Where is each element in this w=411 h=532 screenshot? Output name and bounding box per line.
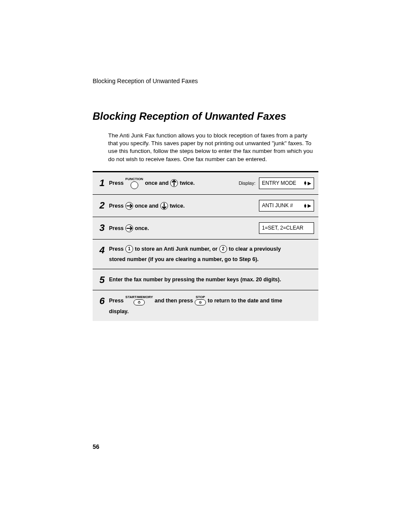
section-title: Blocking Reception of Unwanted Faxes xyxy=(93,110,318,122)
right-arrow-key-icon xyxy=(125,202,133,210)
step-text: to store an Anti Junk number, or xyxy=(135,245,218,253)
step-text: Enter the fax number by pressing the num… xyxy=(109,275,281,284)
manual-page: Blocking Reception of Unwanted Faxes Blo… xyxy=(0,0,411,532)
step-text: Press xyxy=(109,224,124,233)
display-text: ANTI JUNK # xyxy=(262,202,293,210)
round-button-icon xyxy=(131,181,138,189)
nav-arrows-icon: ▲▼▶ xyxy=(303,181,311,186)
svg-line-3 xyxy=(199,302,201,303)
step-text: Press xyxy=(109,245,124,253)
step-text: once and xyxy=(135,202,159,210)
up-arrow-key-icon xyxy=(170,179,178,187)
lcd-display: 1=SET, 2=CLEAR xyxy=(259,222,314,234)
step-text: stored number (if you are clearing a num… xyxy=(109,255,314,264)
lcd-display: ANTI JUNK # ▲▼▶ xyxy=(259,200,314,212)
step-number: 3 xyxy=(93,222,109,234)
step-6: 6 Press START/MEMORY and then press STOP… xyxy=(93,290,318,321)
key-label: STOP xyxy=(196,296,205,299)
step-number: 5 xyxy=(93,274,109,285)
display-text: 1=SET, 2=CLEAR xyxy=(262,224,303,232)
running-header: Blocking Reception of Unwanted Faxes xyxy=(93,78,318,84)
function-key: FUNCTION xyxy=(125,177,143,189)
right-arrow-key-icon xyxy=(125,224,133,232)
step-text: twice. xyxy=(170,202,185,210)
display-text: ENTRY MODE xyxy=(262,179,296,187)
start-memory-key: START/MEMORY xyxy=(125,296,153,305)
step-number: 1 xyxy=(93,177,109,189)
step-text: twice. xyxy=(180,179,195,187)
display-label: Display: xyxy=(239,180,255,187)
step-text: Press xyxy=(109,179,124,187)
key-label: START/MEMORY xyxy=(125,296,153,299)
step-3: 3 Press once. 1=SET, 2=CLEAR xyxy=(93,217,318,240)
step-5: 5 Enter the fax number by pressing the n… xyxy=(93,269,318,290)
step-text: Press xyxy=(109,202,124,210)
step-text: once. xyxy=(135,224,149,233)
nav-arrows-icon: ▲▼▶ xyxy=(303,203,311,208)
oval-button-icon xyxy=(134,299,145,305)
intro-paragraph: The Anti Junk Fax function allows you to… xyxy=(108,132,318,163)
step-number: 4 xyxy=(93,245,109,264)
step-4: 4 Press 1 to store an Anti Junk number, … xyxy=(93,240,318,269)
step-text: to return to the date and time xyxy=(208,296,282,305)
page-number: 56 xyxy=(93,443,100,450)
digit-2-key-icon: 2 xyxy=(219,245,227,253)
step-text: Press xyxy=(109,296,124,305)
digit-1-key-icon: 1 xyxy=(125,245,133,253)
step-number: 6 xyxy=(93,296,109,316)
step-text: display. xyxy=(109,307,314,316)
key-label: FUNCTION xyxy=(125,177,143,181)
step-text: to clear a previously xyxy=(229,245,281,253)
step-text: once and xyxy=(145,179,168,187)
step-1: 1 Press FUNCTION once and twice. Display… xyxy=(93,172,318,195)
stop-key: STOP xyxy=(195,296,206,305)
step-text: and then press xyxy=(155,296,193,305)
lcd-display: ENTRY MODE ▲▼▶ xyxy=(259,177,314,189)
step-2: 2 Press once and twice. ANTI JUNK # ▲▼▶ xyxy=(93,195,318,217)
step-number: 2 xyxy=(93,200,109,212)
down-arrow-key-icon xyxy=(160,202,168,210)
oval-button-icon xyxy=(195,299,206,305)
steps-panel: 1 Press FUNCTION once and twice. Display… xyxy=(93,171,318,321)
